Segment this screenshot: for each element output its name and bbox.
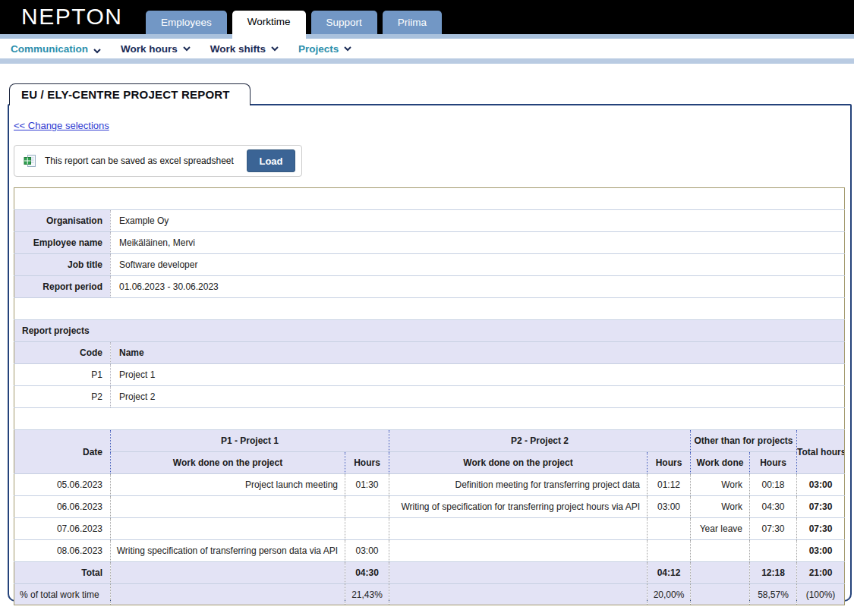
- cell-other-work: Work: [691, 496, 750, 518]
- info-row-employee-name: Employee name Meikäläinen, Mervi: [14, 232, 845, 254]
- excel-export-box: This report can be saved as excel spread…: [14, 145, 302, 177]
- cell-other-work: Year leave: [691, 518, 750, 540]
- section-header-row: Report projects: [14, 320, 845, 342]
- cell-p1-work: [111, 562, 345, 584]
- report-panel: << Change selections This report can be …: [8, 104, 852, 602]
- cell-other-hours: 00:18: [750, 474, 797, 496]
- percent-label: % of total work time: [14, 584, 111, 605]
- percent-p1: 21,43%: [345, 584, 389, 605]
- tab-priima[interactable]: Priima: [383, 11, 442, 34]
- spacer-row: [14, 298, 845, 320]
- project-code: P2: [14, 386, 111, 408]
- cell-p1-work: [111, 496, 345, 518]
- col-header-other-work: Work done: [691, 452, 750, 474]
- spacer-cell: [14, 408, 845, 430]
- change-selections-link[interactable]: << Change selections: [14, 120, 109, 131]
- table-row: 05.06.2023 Project launch meeting 01:30 …: [14, 474, 845, 496]
- tab-worktime[interactable]: Worktime: [232, 11, 306, 43]
- info-row-job-title: Job title Software developer: [14, 254, 845, 276]
- cell-p1-hours: 03:00: [345, 540, 389, 562]
- chevron-down-icon: [183, 46, 191, 52]
- cell-other-hours: 04:30: [750, 496, 797, 518]
- table-row: 06.06.2023 Writing of specification for …: [14, 496, 845, 518]
- col-header-p1: P1 - Project 1: [111, 430, 389, 452]
- info-value: 01.06.2023 - 30.06.2023: [111, 276, 845, 298]
- info-label: Report period: [14, 276, 111, 298]
- load-button[interactable]: Load: [247, 149, 295, 172]
- total-hours-sum: 21:00: [797, 562, 845, 584]
- project-row: P1 Project 1: [14, 364, 845, 386]
- col-header-p2-hours: Hours: [648, 452, 691, 474]
- col-header-p1-hours: Hours: [345, 452, 389, 474]
- col-header-p2-work: Work done on the project: [389, 452, 648, 474]
- top-bar: NEPTON Employees Worktime Support Priima: [0, 0, 854, 34]
- cell-date: 07.06.2023: [14, 518, 111, 540]
- col-header-total-hours: Total hours: [797, 430, 845, 474]
- nav-item-work-shifts[interactable]: Work shifts: [210, 43, 279, 55]
- project-name: Project 1: [111, 364, 845, 386]
- chevron-down-icon: [344, 46, 351, 52]
- nav-item-projects[interactable]: Projects: [298, 43, 351, 55]
- page-content: EU / ELY-CENTRE PROJECT REPORT << Change…: [0, 83, 854, 602]
- spacer-cell: [14, 298, 845, 320]
- page-title: EU / ELY-CENTRE PROJECT REPORT: [21, 88, 230, 101]
- main-tab-bar: Employees Worktime Support Priima: [146, 11, 442, 43]
- percent-p2: 20,00%: [648, 584, 691, 605]
- cell-date: 08.06.2023: [14, 540, 111, 562]
- nav-item-work-hours[interactable]: Work hours: [121, 43, 191, 55]
- cell-total-hours: 07:30: [797, 496, 845, 518]
- total-row: Total 04:30 04:12 12:18 21:00: [14, 562, 845, 584]
- info-label: Employee name: [14, 232, 111, 254]
- grid-header-row-1: Date P1 - Project 1 P2 - Project 2 Other…: [14, 430, 845, 452]
- cell-p2-hours: 01:12: [648, 474, 691, 496]
- cell-p1-hours: [345, 496, 389, 518]
- cell-date: 06.06.2023: [14, 496, 111, 518]
- nav-item-communication[interactable]: Communication: [11, 43, 101, 55]
- info-label: Organisation: [14, 210, 111, 232]
- cell-other-work: [691, 584, 750, 605]
- total-label: Total: [14, 562, 111, 584]
- cell-p2-work: [389, 540, 648, 562]
- nav-item-label: Communication: [11, 43, 88, 55]
- table-row: 08.06.2023 Writing specification of tran…: [14, 540, 845, 562]
- cell-other-work: [691, 562, 750, 584]
- col-header-date: Date: [14, 430, 111, 474]
- col-header-other-hours: Hours: [750, 452, 797, 474]
- percent-other: 58,57%: [750, 584, 797, 605]
- cell-date: 05.06.2023: [14, 474, 111, 496]
- nav-item-label: Work shifts: [210, 43, 266, 55]
- cell-total-hours: 03:00: [797, 474, 845, 496]
- percent-total: (100%): [797, 584, 845, 605]
- nepton-logo: NEPTON: [21, 4, 122, 30]
- nav-item-label: Projects: [298, 43, 339, 55]
- tab-employees[interactable]: Employees: [146, 11, 227, 34]
- col-header-code: Code: [14, 342, 111, 364]
- cell-other-hours: [750, 540, 797, 562]
- section-title: Report projects: [14, 320, 845, 342]
- cell-other-work: Work: [691, 474, 750, 496]
- cell-p2-hours: [648, 540, 691, 562]
- cell-p2-work: Definition meeting for transferring proj…: [389, 474, 648, 496]
- cell-p2-work: [389, 584, 648, 605]
- cell-p1-hours: [345, 518, 389, 540]
- info-value: Software developer: [111, 254, 845, 276]
- info-label: Job title: [14, 254, 111, 276]
- info-value: Meikäläinen, Mervi: [111, 232, 845, 254]
- project-code: P1: [14, 364, 111, 386]
- col-header-p2: P2 - Project 2: [389, 430, 691, 452]
- cell-p1-work: [111, 518, 345, 540]
- projects-header-row: Code Name: [14, 342, 845, 364]
- total-p1-hours: 04:30: [345, 562, 389, 584]
- info-row-report-period: Report period 01.06.2023 - 30.06.2023: [14, 276, 845, 298]
- info-row-organisation: Organisation Example Oy: [14, 210, 845, 232]
- table-row: 07.06.2023 Year leave 07:30 07:30: [14, 518, 845, 540]
- info-value: Example Oy: [111, 210, 845, 232]
- cell-other-work: [691, 540, 750, 562]
- cell-p1-hours: 01:30: [345, 474, 389, 496]
- cell-other-hours: 07:30: [750, 518, 797, 540]
- report-title-tab: EU / ELY-CENTRE PROJECT REPORT: [9, 83, 251, 105]
- project-name: Project 2: [111, 386, 845, 408]
- cell-p2-hours: 03:00: [648, 496, 691, 518]
- chevron-down-icon: [93, 49, 101, 54]
- tab-support[interactable]: Support: [311, 11, 377, 34]
